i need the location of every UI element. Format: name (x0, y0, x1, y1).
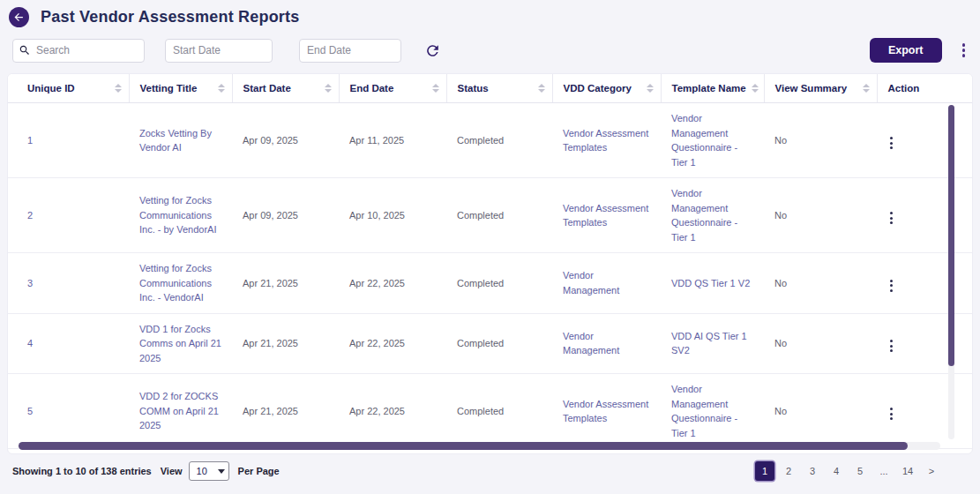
view-label: View (161, 466, 183, 476)
page-button-14[interactable]: 14 (898, 461, 917, 481)
cell-status: Completed (446, 103, 552, 178)
sort-arrows-icon (863, 84, 870, 93)
sort-arrows-icon (432, 84, 439, 93)
cell-action (877, 313, 972, 374)
column-header-action: Action (877, 74, 972, 103)
table-body: 1Zocks Vetting By Vendor AIApr 09, 2025A… (8, 103, 972, 455)
vertical-scrollbar[interactable] (948, 105, 954, 439)
cell-start-date: Apr 21, 2025 (232, 374, 339, 449)
search-icon (19, 44, 31, 56)
search-input[interactable] (12, 39, 145, 63)
cell-unique-id: 2 (8, 178, 129, 253)
column-header-start-date[interactable]: Start Date (232, 74, 339, 103)
row-actions-button[interactable] (887, 337, 895, 355)
cell-vdd-category: Vendor Assessment Templates (552, 374, 661, 449)
pagination: 12345...14> (755, 461, 941, 481)
cell-status: Completed (446, 178, 552, 253)
table-row: 1Zocks Vetting By Vendor AIApr 09, 2025A… (8, 103, 972, 178)
cell-start-date: Apr 09, 2025 (232, 103, 339, 178)
cell-action (877, 374, 972, 449)
cell-view-summary: No (764, 313, 877, 374)
row-actions-button[interactable] (887, 134, 895, 152)
cell-action (877, 178, 972, 253)
table-row: 3Vetting for Zocks Communications Inc. -… (8, 253, 972, 314)
sort-arrows-icon (538, 84, 545, 93)
app-header: Past Vendor Assessment Reports (0, 0, 980, 29)
column-header-status[interactable]: Status (446, 74, 552, 103)
cell-vetting-title: Vetting for Zocks Communications Inc. - … (129, 253, 232, 314)
column-header-inner: View Summary (775, 83, 870, 94)
cell-unique-id: 4 (8, 313, 129, 374)
showing-entries-text: Showing 1 to 10 of 138 entries (12, 466, 152, 476)
column-header-label: End Date (350, 83, 394, 94)
column-header-inner: VDD Category (564, 83, 654, 94)
column-header-inner: Status (458, 83, 545, 94)
page-button-5[interactable]: 5 (850, 461, 870, 481)
page-title: Past Vendor Assessment Reports (41, 8, 299, 26)
table-header-row: Unique IDVetting TitleStart DateEnd Date… (8, 74, 972, 103)
refresh-button[interactable] (424, 42, 441, 59)
cell-start-date: Apr 09, 2025 (232, 178, 339, 253)
horizontal-scrollbar[interactable] (19, 442, 940, 450)
page-button-4[interactable]: 4 (827, 461, 846, 481)
cell-vetting-title: Vetting for Zocks Communications Inc. - … (129, 178, 232, 253)
per-page-label: Per Page (238, 466, 280, 476)
column-header-end-date[interactable]: End Date (339, 74, 446, 103)
cell-unique-id: 3 (8, 253, 129, 314)
arrow-left-icon (12, 11, 26, 24)
column-header-unique-id[interactable]: Unique ID (8, 74, 129, 103)
sort-arrows-icon (647, 84, 654, 93)
column-header-view-summary[interactable]: View Summary (764, 74, 877, 103)
column-header-label: Unique ID (27, 83, 75, 94)
cell-vdd-category: Vendor Assessment Templates (552, 103, 661, 178)
filters-toolbar: Export (0, 29, 980, 73)
row-actions-button[interactable] (887, 209, 895, 227)
cell-end-date: Apr 22, 2025 (339, 374, 446, 449)
cell-start-date: Apr 21, 2025 (232, 253, 339, 314)
vertical-scrollbar-thumb[interactable] (948, 105, 954, 366)
cell-status: Completed (446, 313, 552, 374)
column-header-label: VDD Category (564, 83, 632, 94)
refresh-icon (424, 42, 441, 59)
cell-unique-id: 1 (8, 103, 129, 178)
column-header-vetting-title[interactable]: Vetting Title (129, 74, 232, 103)
reports-table: Unique IDVetting TitleStart DateEnd Date… (8, 74, 972, 454)
cell-view-summary: No (764, 253, 877, 314)
row-actions-button[interactable] (887, 277, 895, 295)
cell-action (877, 253, 972, 314)
page-ellipsis: ... (874, 461, 894, 481)
cell-view-summary: No (764, 103, 877, 178)
kebab-menu-icon[interactable] (960, 41, 969, 60)
page-button-3[interactable]: 3 (803, 461, 822, 481)
page-button-2[interactable]: 2 (779, 461, 798, 481)
cell-end-date: Apr 22, 2025 (339, 313, 446, 374)
cell-end-date: Apr 10, 2025 (339, 178, 446, 253)
table-row: 2Vetting for Zocks Communications Inc. -… (8, 178, 972, 253)
column-header-label: View Summary (775, 83, 848, 94)
cell-start-date: Apr 21, 2025 (232, 313, 339, 374)
cell-view-summary: No (764, 178, 877, 253)
cell-unique-id: 5 (8, 374, 129, 449)
toolbar-right: Export (870, 38, 968, 63)
row-actions-button[interactable] (887, 405, 895, 423)
export-button[interactable]: Export (870, 38, 942, 63)
sort-arrows-icon (218, 84, 225, 93)
per-page-select[interactable]: 10 (189, 461, 229, 481)
column-header-inner: Vetting Title (140, 83, 225, 94)
end-date-input[interactable] (299, 39, 401, 63)
next-page-button[interactable]: > (922, 461, 941, 481)
column-header-template-name[interactable]: Template Name (661, 74, 764, 103)
column-header-vdd-category[interactable]: VDD Category (552, 74, 661, 103)
horizontal-scrollbar-thumb[interactable] (19, 442, 908, 450)
back-button[interactable] (9, 7, 29, 27)
column-header-label: Template Name (672, 83, 746, 94)
page-button-1[interactable]: 1 (755, 461, 774, 481)
search-field-wrap (12, 39, 145, 63)
column-header-label: Vetting Title (140, 83, 198, 94)
column-header-inner: End Date (350, 83, 439, 94)
cell-end-date: Apr 11, 2025 (339, 103, 446, 178)
cell-end-date: Apr 22, 2025 (339, 253, 446, 314)
start-date-input[interactable] (165, 39, 273, 63)
cell-status: Completed (446, 253, 552, 314)
cell-template-name: Vendor Management Questionnaire - Tier 1 (661, 178, 764, 253)
